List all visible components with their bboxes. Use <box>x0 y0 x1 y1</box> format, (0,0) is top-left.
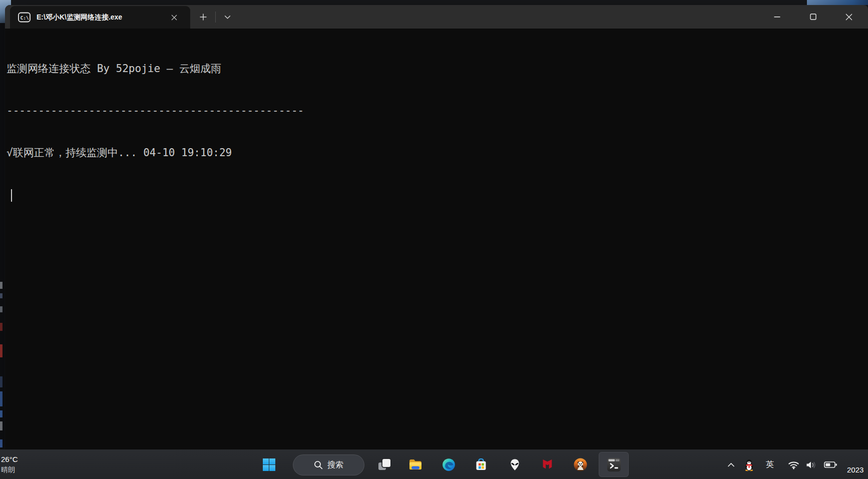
terminal-window: C:\ E:\邓小K\监测网络连接.exe <box>5 5 868 449</box>
wifi-tray-button[interactable] <box>786 456 801 473</box>
file-explorer-button[interactable] <box>403 452 427 476</box>
tab-close-button[interactable] <box>167 11 181 25</box>
wifi-icon <box>788 460 799 469</box>
input-method-indicator[interactable]: 英 <box>762 456 778 473</box>
mcafee-icon <box>541 458 554 471</box>
weather-temperature: 26°C <box>1 455 18 463</box>
windows-start-icon <box>263 458 275 471</box>
weather-widget[interactable]: 26°C 晴朗 <box>1 455 18 474</box>
desktop-screen: C:\ E:\邓小K\监测网络连接.exe <box>0 0 868 479</box>
windows-terminal-icon <box>607 458 621 471</box>
terminal-cursor <box>11 189 12 202</box>
microsoft-edge-icon <box>442 458 456 471</box>
task-view-button[interactable] <box>372 452 396 476</box>
terminal-viewport[interactable]: 监测网络连接状态 By 52pojie — 云烟成雨 -------------… <box>5 29 868 449</box>
mcafee-button[interactable] <box>535 452 559 476</box>
desktop-icons-sliver <box>0 23 5 449</box>
chevron-down-icon <box>224 15 231 20</box>
volume-tray-button[interactable] <box>803 456 820 473</box>
panda-scream-app-button[interactable] <box>568 452 592 476</box>
task-view-icon <box>378 459 390 470</box>
search-icon <box>314 460 323 469</box>
tab-title: E:\邓小K\监测网络连接.exe <box>37 13 167 22</box>
caption-controls <box>759 5 867 29</box>
close-icon <box>845 14 852 21</box>
microsoft-store-button[interactable] <box>469 452 493 476</box>
battery-tray-button[interactable] <box>822 456 839 473</box>
maximize-icon <box>810 14 816 20</box>
qq-icon <box>744 459 754 471</box>
tray-overflow-button[interactable] <box>724 456 738 473</box>
alienware-button[interactable] <box>503 452 527 476</box>
alienware-icon <box>509 458 521 471</box>
desktop-wallpaper-sliver-top-right <box>807 0 868 5</box>
taskbar: 26°C 晴朗 搜索 <box>0 449 868 479</box>
terminal-status-line: √联网正常，持续监测中... 04-10 19:10:29 <box>7 146 868 160</box>
plus-icon <box>199 13 207 21</box>
close-icon <box>171 15 177 21</box>
start-button[interactable] <box>257 452 281 476</box>
search-label: 搜索 <box>327 460 343 470</box>
tab-dropdown-button[interactable] <box>218 9 236 25</box>
close-button[interactable] <box>831 5 867 29</box>
microsoft-store-icon <box>475 458 488 471</box>
windows-terminal-button[interactable] <box>599 452 629 477</box>
microsoft-edge-button[interactable] <box>437 452 461 476</box>
new-tab-button[interactable] <box>194 9 212 25</box>
svg-text:C:\: C:\ <box>21 15 29 21</box>
battery-icon <box>824 461 837 468</box>
weather-condition: 晴朗 <box>1 465 18 474</box>
search-box[interactable]: 搜索 <box>293 454 364 475</box>
terminal-line: 监测网络连接状态 By 52pojie — 云烟成雨 <box>7 62 868 76</box>
panda-scream-icon <box>574 458 587 471</box>
terminal-tab[interactable]: C:\ E:\邓小K\监测网络连接.exe <box>10 6 190 29</box>
tab-bar-separator <box>215 12 216 23</box>
tab-bar: C:\ E:\邓小K\监测网络连接.exe <box>5 5 868 29</box>
taskbar-clock-date[interactable]: 2023 <box>847 465 868 474</box>
qq-tray-button[interactable] <box>741 456 756 473</box>
cmd-icon: C:\ <box>18 12 31 23</box>
minimize-button[interactable] <box>759 5 795 29</box>
minimize-icon <box>774 14 780 20</box>
file-explorer-icon <box>408 458 422 470</box>
maximize-button[interactable] <box>795 5 831 29</box>
chevron-up-icon <box>727 462 735 467</box>
volume-icon <box>806 460 817 469</box>
terminal-separator-line: ----------------------------------------… <box>7 104 868 118</box>
